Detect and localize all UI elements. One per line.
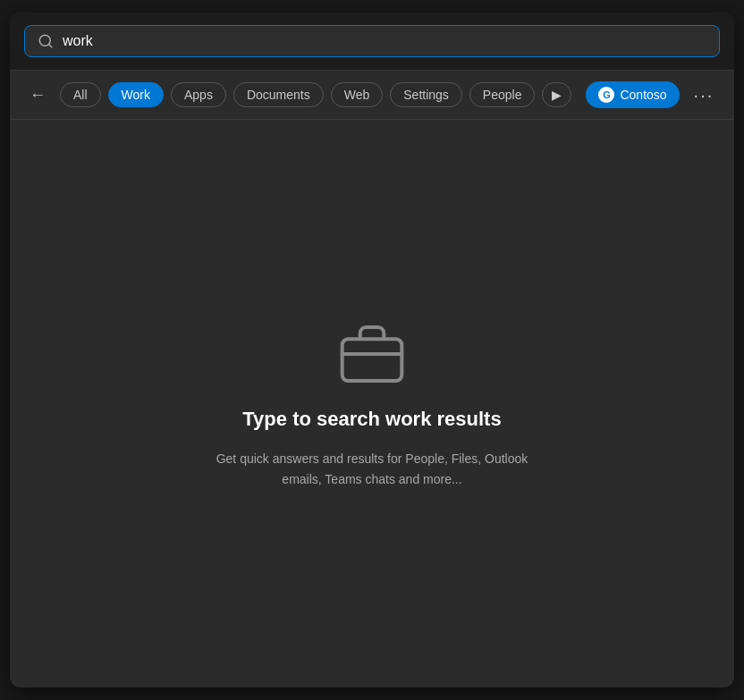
filter-people[interactable]: People [469, 82, 536, 107]
more-filters-button[interactable]: ▶ [542, 82, 571, 107]
play-icon: ▶ [552, 88, 562, 102]
filter-work[interactable]: Work [108, 82, 164, 107]
back-button[interactable]: ← [22, 82, 53, 108]
ellipsis-button[interactable]: ··· [687, 81, 722, 109]
main-content: Type to search work results Get quick an… [10, 120, 734, 687]
empty-state-title: Type to search work results [242, 408, 501, 431]
filter-settings[interactable]: Settings [390, 82, 462, 107]
search-icon [38, 33, 54, 49]
filter-web[interactable]: Web [331, 82, 384, 107]
filter-bar: ← All Work Apps Documents Web Settings P… [10, 71, 734, 120]
search-window: ← All Work Apps Documents Web Settings P… [10, 13, 734, 687]
svg-line-1 [48, 44, 51, 46]
search-input-wrapper [24, 25, 720, 57]
filter-all[interactable]: All [60, 82, 101, 107]
contoso-icon: G [598, 87, 614, 103]
search-input[interactable] [63, 33, 706, 49]
empty-state-subtitle: Get quick answers and results for People… [202, 449, 542, 489]
search-bar [10, 13, 734, 71]
contoso-button[interactable]: G Contoso [586, 81, 679, 108]
filter-documents[interactable]: Documents [233, 82, 324, 107]
filter-apps[interactable]: Apps [171, 82, 226, 107]
briefcase-icon [336, 318, 408, 390]
svg-rect-2 [342, 339, 402, 381]
